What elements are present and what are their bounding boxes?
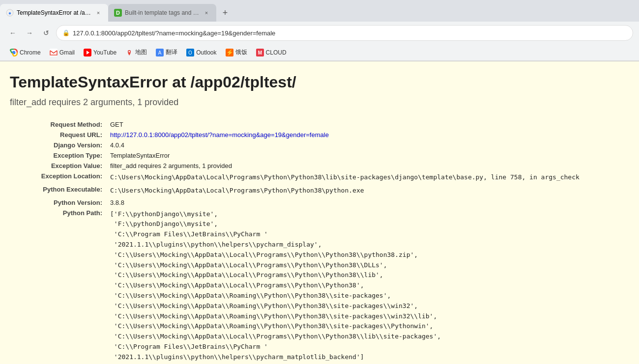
url-bar[interactable]: 🔒 127.0.0.1:8000/app02/tpltest/?name=moc… — [56, 25, 633, 41]
field-label: Exception Value: — [10, 161, 108, 171]
lock-icon: 🔒 — [62, 29, 70, 36]
tab-1-close[interactable]: × — [94, 9, 102, 17]
tab-1-title: TemplateSyntaxError at /app02... — [17, 9, 91, 16]
back-button[interactable]: ← — [6, 26, 20, 40]
chrome-icon — [10, 49, 18, 56]
field-value: filter_add requires 2 arguments, 1 provi… — [108, 161, 629, 171]
error-details-table: Request Method:GETRequest URL:http://127… — [10, 119, 629, 364]
field-label: Request Method: — [10, 119, 108, 130]
bookmarks-bar: Chrome Gmail YouTube — [0, 44, 639, 61]
field-value: C:\Users\Mocking\AppData\Local\Programs\… — [108, 184, 629, 197]
bookmark-translate[interactable]: A 翻译 — [152, 47, 181, 58]
field-label: Python Executable: — [10, 184, 108, 197]
tab-2-favicon: D — [114, 9, 122, 17]
svg-text:O: O — [188, 50, 192, 56]
field-label: Python Version: — [10, 197, 108, 208]
svg-text:⚡: ⚡ — [226, 49, 233, 56]
bookmark-gmail[interactable]: Gmail — [46, 47, 79, 58]
field-label: Django Version: — [10, 140, 108, 150]
tab-2-title: Built-in template tags and filte... — [125, 9, 200, 16]
translate-icon: A — [156, 49, 164, 56]
field-value: TemplateSyntaxError — [108, 150, 629, 161]
bookmark-translate-label: 翻译 — [166, 48, 177, 56]
bookmark-maps-label: 地图 — [135, 48, 147, 56]
bookmark-outlook-label: Outlook — [196, 49, 216, 56]
table-row: Python Executable:C:\Users\Mocking\AppDa… — [10, 184, 629, 197]
field-value: 3.8.8 — [108, 197, 629, 208]
bookmark-gmail-label: Gmail — [59, 49, 75, 56]
page-content: TemplateSyntaxError at /app02/tpltest/ f… — [0, 61, 639, 364]
maps-icon — [125, 49, 133, 56]
browser-chrome: ● TemplateSyntaxError at /app02... × D B… — [0, 0, 639, 61]
address-bar: ← → ↺ 🔒 127.0.0.1:8000/app02/tpltest/?na… — [0, 22, 639, 44]
bookmark-chrome[interactable]: Chrome — [6, 47, 45, 58]
field-value: http://127.0.0.1:8000/app02/tpltest/?nam… — [108, 130, 629, 140]
tab-1[interactable]: ● TemplateSyntaxError at /app02... × — [0, 4, 108, 22]
svg-text:D: D — [116, 10, 120, 16]
field-value: ['F:\\pythonDjango\\mysite', 'F:\\python… — [108, 208, 629, 364]
tab-1-favicon: ● — [6, 9, 14, 17]
table-row: Django Version:4.0.4 — [10, 140, 629, 150]
field-value: 4.0.4 — [108, 140, 629, 150]
field-label: Exception Type: — [10, 150, 108, 161]
reload-button[interactable]: ↺ — [39, 26, 53, 40]
table-row: Python Version:3.8.8 — [10, 197, 629, 208]
bookmark-youtube-label: YouTube — [93, 49, 116, 56]
svg-text:A: A — [158, 50, 162, 56]
field-label: Exception Location: — [10, 171, 108, 184]
field-value: GET — [108, 119, 629, 130]
bookmark-chrome-label: Chrome — [20, 49, 41, 56]
table-row: Exception Type:TemplateSyntaxError — [10, 150, 629, 161]
table-row: Python Path:['F:\\pythonDjango\\mysite',… — [10, 208, 629, 364]
flash-icon: ⚡ — [226, 49, 233, 56]
youtube-icon — [84, 49, 91, 56]
tab-2-close[interactable]: × — [203, 9, 210, 17]
bookmark-flash-label: 饿饭 — [235, 48, 247, 56]
gmail-icon — [50, 49, 58, 56]
table-row: Exception Value:filter_add requires 2 ar… — [10, 161, 629, 171]
tab-2[interactable]: D Built-in template tags and filte... × — [108, 4, 216, 22]
svg-text:M: M — [258, 50, 261, 56]
outlook-icon: O — [186, 49, 194, 56]
field-label: Request URL: — [10, 130, 108, 140]
tab-bar: ● TemplateSyntaxError at /app02... × D B… — [0, 0, 639, 22]
page-title: TemplateSyntaxError at /app02/tpltest/ — [10, 73, 629, 91]
field-label: Python Path: — [10, 208, 108, 364]
bookmark-maps[interactable]: 地图 — [121, 47, 151, 58]
error-subtitle: filter_add requires 2 arguments, 1 provi… — [10, 97, 629, 108]
bookmark-cloud[interactable]: M CLOUD — [252, 47, 290, 58]
field-value: C:\Users\Mocking\AppData\Local\Programs\… — [108, 171, 629, 184]
svg-point-10 — [129, 51, 130, 52]
new-tab-button[interactable]: + — [218, 6, 232, 20]
bookmark-flash[interactable]: ⚡ 饿饭 — [222, 47, 251, 58]
svg-text:●: ● — [8, 10, 11, 16]
table-row: Request URL:http://127.0.0.1:8000/app02/… — [10, 130, 629, 140]
bookmark-youtube[interactable]: YouTube — [80, 47, 120, 58]
bookmark-cloud-label: CLOUD — [266, 49, 287, 56]
forward-button[interactable]: → — [23, 26, 36, 40]
table-row: Exception Location:C:\Users\Mocking\AppD… — [10, 171, 629, 184]
table-row: Request Method:GET — [10, 119, 629, 130]
url-text: 127.0.0.1:8000/app02/tpltest/?name=mocki… — [73, 29, 627, 37]
cloud-icon: M — [256, 49, 264, 56]
bookmark-outlook[interactable]: O Outlook — [182, 47, 220, 58]
